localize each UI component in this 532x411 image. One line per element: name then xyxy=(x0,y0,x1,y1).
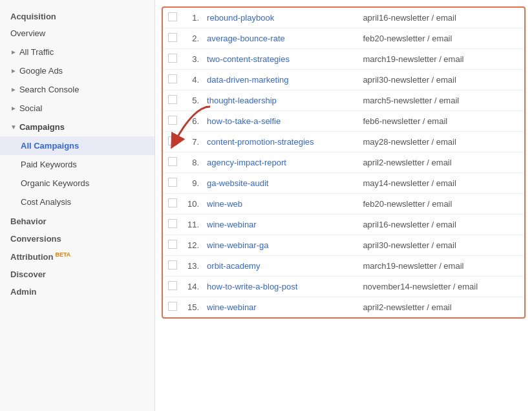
chevron-icon: ► xyxy=(10,48,17,56)
row-link-cell[interactable]: rebound-playbook xyxy=(202,8,357,28)
sidebar-item-all-campaigns[interactable]: All Campaigns xyxy=(0,136,154,155)
row-link-cell[interactable]: how-to-take-a-selfie xyxy=(202,111,357,132)
data-table: 1. rebound-playbook april16-newsletter /… xyxy=(163,8,524,317)
row-checkbox-cell[interactable] xyxy=(163,153,182,173)
chevron-down-icon: ▼ xyxy=(10,123,17,131)
row-link[interactable]: average-bounce-rate xyxy=(207,34,285,43)
row-source: april2-newsletter / email xyxy=(357,297,524,318)
chevron-icon: ► xyxy=(10,86,17,93)
table-row: 12. wine-webinar-ga april30-newsletter /… xyxy=(163,235,524,256)
row-link-cell[interactable]: wine-web xyxy=(202,194,357,215)
row-link-cell[interactable]: wine-webinar-ga xyxy=(202,235,357,256)
row-number: 13. xyxy=(182,256,202,277)
row-source: feb20-newsletter / email xyxy=(357,28,524,49)
row-checkbox-cell[interactable] xyxy=(163,277,182,297)
row-link-cell[interactable]: data-driven-marketing xyxy=(202,70,357,90)
row-checkbox[interactable] xyxy=(168,116,177,125)
row-checkbox[interactable] xyxy=(168,54,177,63)
row-checkbox[interactable] xyxy=(168,33,177,42)
row-checkbox-cell[interactable] xyxy=(163,173,182,194)
section-header-acquisition: Acquisition xyxy=(0,6,154,24)
row-source: november14-newsletter / email xyxy=(357,277,524,297)
row-link-cell[interactable]: content-promotion-strategies xyxy=(202,132,357,153)
row-checkbox[interactable] xyxy=(168,260,177,269)
row-source: may28-newsletter / email xyxy=(357,132,524,153)
table-row: 9. ga-website-audit may14-newsletter / e… xyxy=(163,173,524,194)
row-source: march19-newsletter / email xyxy=(357,49,524,70)
row-link-cell[interactable]: agency-impact-report xyxy=(202,153,357,173)
row-link[interactable]: rebound-playbook xyxy=(207,13,274,23)
row-checkbox-cell[interactable] xyxy=(163,256,182,277)
row-link[interactable]: two-content-strategies xyxy=(207,54,290,64)
row-checkbox[interactable] xyxy=(168,302,177,311)
row-number: 4. xyxy=(182,70,202,90)
row-link-cell[interactable]: wine-webinar xyxy=(202,297,357,318)
row-link-cell[interactable]: wine-webinar xyxy=(202,215,357,235)
row-link[interactable]: how-to-write-a-blog-post xyxy=(207,282,297,291)
section-header-admin[interactable]: Admin xyxy=(0,282,154,299)
row-checkbox[interactable] xyxy=(168,178,177,187)
table-row: 1. rebound-playbook april16-newsletter /… xyxy=(163,8,524,28)
row-link-cell[interactable]: average-bounce-rate xyxy=(202,28,357,49)
table-row: 13. orbit-academy march19-newsletter / e… xyxy=(163,256,524,277)
row-checkbox-cell[interactable] xyxy=(163,132,182,153)
row-checkbox-cell[interactable] xyxy=(163,90,182,111)
section-header-conversions[interactable]: Conversions xyxy=(0,229,154,246)
sidebar-item-all-traffic[interactable]: ► All Traffic xyxy=(0,43,154,61)
row-checkbox[interactable] xyxy=(168,157,177,166)
row-link[interactable]: data-driven-marketing xyxy=(207,75,288,85)
row-link[interactable]: orbit-academy xyxy=(207,261,260,271)
row-checkbox-cell[interactable] xyxy=(163,215,182,235)
row-number: 10. xyxy=(182,194,202,215)
section-header-behavior[interactable]: Behavior xyxy=(0,211,154,229)
row-checkbox[interactable] xyxy=(168,281,177,290)
sidebar-item-paid-keywords[interactable]: Paid Keywords xyxy=(0,155,154,174)
sidebar-item-cost-analysis[interactable]: Cost Analysis xyxy=(0,193,154,211)
row-checkbox[interactable] xyxy=(168,74,177,83)
row-link-cell[interactable]: orbit-academy xyxy=(202,256,357,277)
sidebar-item-social[interactable]: ► Social xyxy=(0,99,154,118)
row-link[interactable]: wine-webinar xyxy=(207,220,257,229)
table-row: 3. two-content-strategies march19-newsle… xyxy=(163,49,524,70)
row-checkbox-cell[interactable] xyxy=(163,111,182,132)
row-link[interactable]: ga-website-audit xyxy=(207,178,268,188)
section-header-discover[interactable]: Discover xyxy=(0,264,154,282)
sidebar-item-campaigns[interactable]: ▼ Campaigns xyxy=(0,118,154,136)
row-source: may14-newsletter / email xyxy=(357,173,524,194)
row-checkbox-cell[interactable] xyxy=(163,235,182,256)
row-link[interactable]: content-promotion-strategies xyxy=(207,137,314,147)
row-checkbox[interactable] xyxy=(168,240,177,249)
row-checkbox[interactable] xyxy=(168,198,177,207)
row-link[interactable]: wine-webinar xyxy=(207,302,257,312)
row-link[interactable]: thought-leadership xyxy=(207,96,277,105)
row-number: 14. xyxy=(182,277,202,297)
row-link[interactable]: wine-web xyxy=(207,199,242,209)
row-link-cell[interactable]: thought-leadership xyxy=(202,90,357,111)
sidebar: Acquisition Overview ► All Traffic ► Goo… xyxy=(0,0,155,411)
main-content: 1. rebound-playbook april16-newsletter /… xyxy=(155,0,532,411)
row-link[interactable]: wine-webinar-ga xyxy=(207,240,268,250)
sidebar-item-organic-keywords[interactable]: Organic Keywords xyxy=(0,174,154,193)
table-row: 4. data-driven-marketing april30-newslet… xyxy=(163,70,524,90)
row-checkbox-cell[interactable] xyxy=(163,70,182,90)
row-checkbox-cell[interactable] xyxy=(163,194,182,215)
row-number: 9. xyxy=(182,173,202,194)
row-link-cell[interactable]: two-content-strategies xyxy=(202,49,357,70)
row-checkbox-cell[interactable] xyxy=(163,49,182,70)
row-checkbox[interactable] xyxy=(168,95,177,104)
row-link-cell[interactable]: ga-website-audit xyxy=(202,173,357,194)
row-checkbox[interactable] xyxy=(168,136,177,145)
row-link[interactable]: agency-impact-report xyxy=(207,158,286,167)
row-link[interactable]: how-to-take-a-selfie xyxy=(207,116,281,126)
sidebar-item-google-ads[interactable]: ► Google Ads xyxy=(0,61,154,80)
row-link-cell[interactable]: how-to-write-a-blog-post xyxy=(202,277,357,297)
section-header-attribution[interactable]: AttributionBETA xyxy=(0,246,154,264)
sidebar-item-overview[interactable]: Overview xyxy=(0,24,154,43)
row-checkbox-cell[interactable] xyxy=(163,8,182,28)
row-number: 7. xyxy=(182,132,202,153)
row-checkbox-cell[interactable] xyxy=(163,297,182,318)
row-checkbox[interactable] xyxy=(168,12,177,21)
row-checkbox-cell[interactable] xyxy=(163,28,182,49)
row-checkbox[interactable] xyxy=(168,219,177,228)
sidebar-item-search-console[interactable]: ► Search Console xyxy=(0,80,154,99)
